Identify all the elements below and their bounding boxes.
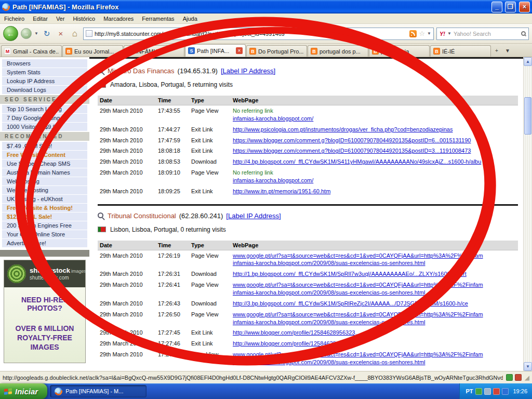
status-green-icon[interactable]	[506, 374, 513, 381]
tab-close-icon[interactable]: ×	[236, 47, 243, 54]
webpage-link[interactable]: http://www.psicologia.com.pt/instrumento…	[233, 126, 516, 134]
minimize-button[interactable]: _	[491, 2, 502, 12]
sidebar-item-website-hosting[interactable]: Website Hosting	[2, 186, 87, 194]
tab-label: Eu sou Jornal...	[74, 48, 120, 55]
webpage-link[interactable]: infamias-karocha.blogspot.com/2009/08/su…	[233, 289, 516, 297]
tab-portadaloja[interactable]: Bportadaloja	[369, 45, 430, 57]
webpage-link[interactable]: www.google.pt/url?sa=t&source=web&ct=res…	[233, 281, 516, 289]
webpage-link[interactable]: http://www.blogger.com/profile/125846289…	[233, 329, 516, 337]
rss-icon[interactable]	[409, 30, 417, 37]
tray-red-icon[interactable]	[493, 388, 500, 395]
sidebar-item-12-99-ssl-sale[interactable]: $12.99 SSL Sale!	[2, 212, 87, 221]
webpage-link[interactable]: http://3.bp.blogspot.com/_ffLCYdwSK1M/Sp…	[233, 300, 516, 308]
start-button[interactable]: Iniciar	[0, 383, 47, 399]
address-bar[interactable]: http://my8.statcounter.com/project/stand…	[83, 28, 434, 40]
webpage-link[interactable]: http://www.itn.pt/memoria/1951-60.htm	[233, 188, 516, 195]
search-engine-dropdown-icon[interactable]: ▼	[447, 31, 451, 36]
shutterstock-ad[interactable]: shutterstockimages shutterstock.com NEED…	[4, 260, 86, 363]
close-button[interactable]: ×	[519, 2, 530, 12]
sidebar-item-lookup-ip-address[interactable]: Lookup IP Address	[2, 77, 87, 85]
search-input[interactable]: Yahoo! Search	[454, 31, 519, 37]
tray-gray-icon[interactable]	[484, 388, 491, 395]
back-button[interactable]: ←	[3, 26, 18, 41]
menu-item-editar[interactable]: Editar	[29, 14, 52, 23]
tab-portugal-dos-p[interactable]: Bportugal dos p...	[308, 45, 368, 57]
label-ip-link[interactable]: [Label IP Address]	[221, 67, 275, 75]
webpage-link[interactable]: infamias-karocha.blogspot.com/2009/08/su…	[233, 259, 516, 267]
sidebar-item-free-website-content[interactable]: Free Website Content	[2, 151, 87, 159]
sidebar-item-use-skype-cheap-sms[interactable]: Use Skype - Cheap SMS	[2, 159, 87, 168]
menu-item-hist-rico[interactable]: Histórico	[69, 14, 99, 23]
webpage-link[interactable]: http://www.blogger.com/profile/12584628.…	[233, 340, 516, 348]
tray-green-icon[interactable]	[475, 388, 482, 395]
scroll-track[interactable]	[524, 66, 532, 362]
sidebar-item-200-search-engines-free[interactable]: 200 Search Engines Free	[2, 221, 87, 230]
sidebar-item-browsers[interactable]: Browsers	[2, 59, 87, 68]
search-box[interactable]: Y! ▼ Yahoo! Search	[436, 28, 529, 40]
tab-path-infa[interactable]: SPath [INFA...×	[185, 44, 246, 57]
scroll-down-button[interactable]: ▼	[524, 362, 532, 371]
scroll-thumb[interactable]	[524, 97, 531, 135]
status-icons	[506, 374, 522, 381]
table-row: 29th March 201017:26:19Page Viewwww.goog…	[98, 250, 518, 269]
forward-button[interactable]: →	[21, 28, 32, 39]
sidebar-item-1000-visitors-9-99[interactable]: 1000 Visitors - $9.99	[2, 123, 87, 131]
sidebar-item-download-logs[interactable]: Download Logs	[2, 86, 87, 94]
maximize-button[interactable]: ❐	[505, 2, 516, 12]
url-text[interactable]: http://my8.statcounter.com/project/stand…	[95, 31, 408, 37]
webpage-link[interactable]: http://4.bp.blogspot.com/_ffLCYdwSK1M/S4…	[233, 158, 516, 166]
language-indicator[interactable]: PT	[466, 388, 473, 394]
sidebar-item-free-website-hosting[interactable]: Free Website & Hosting!	[2, 204, 87, 212]
scroll-up-button[interactable]: ▲	[524, 57, 532, 66]
menu-item-ficheiro[interactable]: Ficheiro	[0, 14, 29, 23]
menu-item-ferramentas[interactable]: Ferramentas	[138, 14, 178, 23]
search-magnifier-icon[interactable]	[521, 31, 526, 36]
table-row: 29th March 201018:08:53Downloadhttp://4.…	[98, 156, 518, 167]
webpage-link[interactable]: https://www.blogger.com/comment.g?blogID…	[233, 137, 516, 144]
refresh-button[interactable]: ↻	[41, 28, 52, 39]
webpage-link[interactable]: infamias-karocha.blogspot.com/	[233, 177, 516, 184]
sidebar-item-7-day-google-listing[interactable]: 7 Day Google Listing	[2, 114, 87, 122]
webpage-link[interactable]: www.google.pt/url?sa=t&source=web&ct=res…	[233, 252, 516, 260]
sidebar-item-australia-domain-names[interactable]: Australia Domain Names	[2, 168, 87, 177]
vertical-scrollbar[interactable]: ▲ ▼	[523, 57, 532, 371]
history-dropdown-icon[interactable]: ▼	[34, 31, 38, 36]
menu-item-ver[interactable]: Ver	[52, 14, 69, 23]
tab-do-portugal-pro[interactable]: BDo Portugal Pro...	[246, 45, 307, 57]
webpage-link[interactable]: http://1.bp.blogspot.com/_ffLCYdwSK1M/Sp…	[233, 270, 516, 278]
urlbar-dropdown-icon[interactable]: ▼	[427, 31, 431, 36]
status-red-icon[interactable]	[515, 374, 522, 381]
webpage-link[interactable]: infamias-karocha.blogspot.com/2009/08/su…	[233, 358, 516, 366]
label-ip-link[interactable]: [Label IP Address]	[226, 212, 281, 220]
stop-button[interactable]: ×	[55, 28, 66, 39]
sidebar-item-7-49-com-sale[interactable]: $7.49 .COM Sale!	[2, 142, 87, 150]
taskbar-item-label: Path [INFAMIAS] - M...	[65, 388, 123, 394]
sidebar-item-system-stats[interactable]: System Stats	[2, 68, 87, 76]
cell-type: Exit Link	[189, 186, 231, 197]
resize-grip[interactable]: ◢	[525, 374, 529, 381]
webpage-link[interactable]: infamias-karocha.blogspot.com/2009/08/su…	[233, 318, 516, 326]
tray-blue-icon[interactable]	[502, 388, 509, 395]
menu-item-marcadores[interactable]: Marcadores	[99, 14, 138, 23]
sidebar-header-seo-services: SEO SERVICES	[0, 95, 89, 104]
webpage-link[interactable]: infamias-karocha.blogspot.com/	[233, 115, 516, 123]
sidebar-item-advertise-here[interactable]: Advertise Here!	[2, 239, 87, 247]
taskbar-item-firefox[interactable]: Path [INFAMIAS] - M...	[50, 385, 147, 397]
webpage-link[interactable]: https://www.blogger.com/comment.g?blogID…	[233, 147, 516, 155]
home-button[interactable]: ⌂	[69, 28, 81, 39]
tab-gmail-caixa-de[interactable]: MGmail - Caixa de...	[1, 45, 62, 57]
bookmark-star-icon[interactable]: ☆	[419, 30, 425, 37]
tab-i-i[interactable]: BIÉ-IÉ	[430, 45, 491, 57]
tab-inf-mias[interactable]: ΣINFÂMIAS	[124, 45, 184, 57]
webpage-link[interactable]: www.google.pt/url?sa=t&source=web&ct=res…	[233, 311, 516, 318]
sidebar-item-uk-hosting-eukhost[interactable]: UK Hosting - eUKhost	[2, 195, 87, 203]
sidebar-item-your-own-online-store[interactable]: Your Own Online Store	[2, 230, 87, 238]
menu-item-ajuda[interactable]: Ajuda	[179, 14, 202, 23]
new-tab-button[interactable]: +	[491, 46, 502, 56]
webpage-link[interactable]: www.google.pt/url?sa=t&source=web&ct=res…	[233, 351, 516, 358]
sidebar-item-web-hosting[interactable]: Web Hosting	[2, 177, 87, 185]
sidebar-item-top-10-search-listing[interactable]: Top 10 Search Listing	[2, 105, 87, 113]
tab-eu-sou-jornal[interactable]: BEu sou Jornal...	[62, 45, 123, 57]
tab-list-button[interactable]: ▼	[502, 46, 513, 56]
cell-date: 29th March 2010	[98, 327, 156, 338]
